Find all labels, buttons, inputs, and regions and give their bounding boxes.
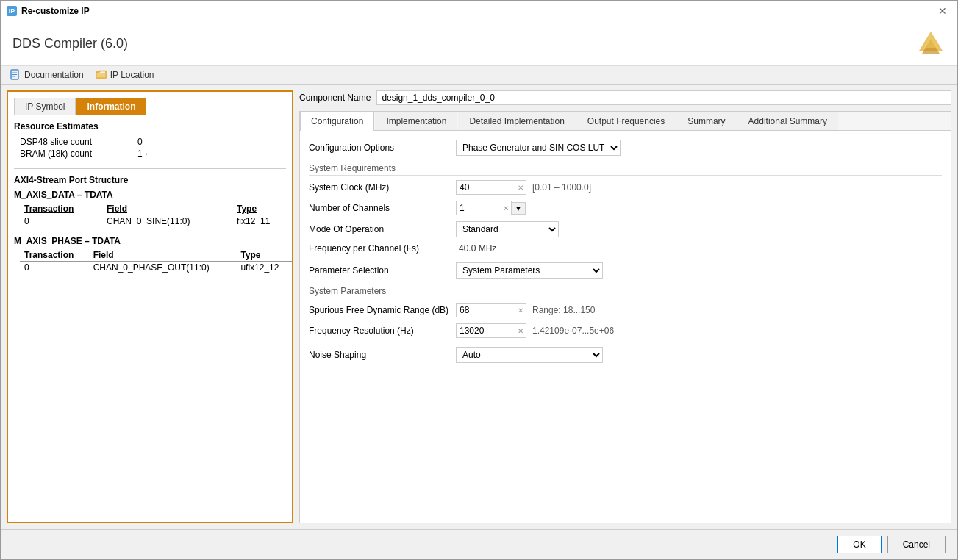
right-panel: Component Name Configuration Implementat… — [299, 85, 957, 529]
tab-additional-summary[interactable]: Additional Summary — [737, 112, 838, 130]
col-field: Field — [102, 203, 232, 215]
tab-configuration[interactable]: Configuration — [300, 112, 374, 131]
app-logo — [916, 29, 946, 58]
tab-ip-symbol[interactable]: IP Symbol — [14, 98, 76, 115]
titlebar-left: IP Re-customize IP — [7, 6, 90, 16]
noise-shaping-select[interactable]: Auto None Phase — [456, 347, 603, 363]
component-name-row: Component Name — [299, 90, 951, 105]
resource-section: Resource Estimates DSP48 slice count 0 B… — [14, 121, 286, 159]
tabs-container: Configuration Implementation Detailed Im… — [299, 111, 951, 523]
component-name-input[interactable] — [376, 90, 951, 105]
system-clock-clear[interactable]: ✕ — [515, 184, 526, 192]
resource-row: DSP48 slice count 0 — [14, 136, 286, 148]
app-header: DDS Compiler (6.0) — [1, 21, 957, 66]
col-type: Type — [232, 203, 292, 215]
tab-information[interactable]: Information — [76, 98, 146, 115]
num-channels-row: Number of Channels ✕ ▼ — [309, 201, 942, 215]
bram-label: BRAM (18k) count — [20, 148, 137, 159]
port-section-title: AXI4-Stream Port Structure — [14, 175, 286, 185]
dsp-value: 0 — [137, 137, 143, 147]
mode-operation-select[interactable]: Standard Rasterized — [456, 221, 559, 237]
parameter-selection-label: Parameter Selection — [309, 265, 456, 276]
sfdr-input-group: ✕ — [456, 303, 526, 317]
config-options-row: Configuration Options Phase Generator an… — [309, 140, 942, 156]
system-requirements-header: System Requirements — [309, 163, 942, 176]
type-value: ufix12_12 — [236, 262, 292, 274]
num-channels-clear[interactable]: ✕ — [501, 204, 511, 212]
ip-location-label: IP Location — [110, 70, 154, 80]
port-table-2: Transaction Field Type 0 CHAN_0_PHASE_OU… — [20, 249, 292, 273]
cancel-button[interactable]: Cancel — [887, 536, 946, 553]
system-clock-row: System Clock (MHz) ✕ [0.01 – 1000.0] — [309, 180, 942, 195]
field-value: CHAN_0_PHASE_OUT(11:0) — [89, 262, 237, 274]
col-transaction: Transaction — [20, 203, 102, 215]
system-clock-input-group: ✕ — [456, 180, 526, 195]
config-options-select[interactable]: Phase Generator and SIN COS LUT Phase Ge… — [456, 140, 621, 156]
tab-summary[interactable]: Summary — [676, 112, 736, 130]
ip-location-link[interactable]: IP Location — [96, 69, 154, 81]
titlebar: IP Re-customize IP ✕ — [1, 1, 957, 21]
resource-row: BRAM (18k) count 1 · — [14, 148, 286, 159]
table-row: 0 CHAN_0_PHASE_OUT(11:0) ufix12_12 — [20, 262, 292, 274]
left-tab-bar: IP Symbol Information — [14, 98, 286, 115]
num-channels-label: Number of Channels — [309, 203, 456, 213]
col-type: Type — [236, 249, 292, 262]
sfdr-clear[interactable]: ✕ — [515, 306, 526, 315]
mode-operation-row: Mode Of Operation Standard Rasterized — [309, 221, 942, 237]
main-tabs: Configuration Implementation Detailed Im… — [300, 112, 951, 131]
type-value: fix12_11 — [232, 215, 292, 228]
freq-resolution-label: Frequency Resolution (Hz) — [309, 326, 456, 336]
num-channels-input-group: ✕ — [456, 201, 512, 215]
parameter-selection-row: Parameter Selection System Parameters Ha… — [309, 262, 942, 279]
freq-resolution-input[interactable] — [457, 324, 515, 337]
port-section: AXI4-Stream Port Structure M_AXIS_DATA –… — [14, 175, 286, 273]
ok-button[interactable]: OK — [837, 536, 881, 553]
system-parameters-header: System Parameters — [309, 286, 942, 298]
main-window: IP Re-customize IP ✕ DDS Compiler (6.0) … — [0, 0, 958, 560]
sfdr-input[interactable] — [457, 304, 515, 317]
bottom-bar: OK Cancel — [1, 529, 957, 559]
config-options-label: Configuration Options — [309, 143, 456, 153]
freq-resolution-input-group: ✕ — [456, 323, 526, 338]
noise-shaping-label: Noise Shaping — [309, 350, 456, 360]
freq-resolution-row: Frequency Resolution (Hz) ✕ 1.42109e-07.… — [309, 323, 942, 338]
sfdr-row: Spurious Free Dynamic Range (dB) ✕ Range… — [309, 303, 942, 317]
freq-resolution-clear[interactable]: ✕ — [515, 327, 526, 335]
documentation-icon — [10, 69, 21, 81]
tab-detailed-implementation[interactable]: Detailed Implementation — [458, 112, 575, 130]
port-table-1: Transaction Field Type 0 CHAN_0_SINE(11:… — [20, 203, 292, 227]
col-field: Field — [89, 249, 237, 262]
dsp-label: DSP48 slice count — [20, 137, 137, 147]
documentation-label: Documentation — [24, 70, 84, 80]
system-clock-label: System Clock (MHz) — [309, 182, 456, 193]
freq-per-channel-row: Frequency per Channel (Fs) 40.0 MHz — [309, 243, 942, 254]
folder-icon — [96, 69, 107, 81]
num-channels-group: ✕ ▼ — [456, 201, 526, 215]
bram-dot: · — [146, 148, 148, 159]
left-panel: IP Symbol Information Resource Estimates… — [7, 90, 293, 523]
noise-shaping-row: Noise Shaping Auto None Phase — [309, 347, 942, 363]
port-group-1-title: M_AXIS_DATA – TDATA — [14, 190, 286, 200]
tab-output-frequencies[interactable]: Output Frequencies — [576, 112, 676, 130]
port-group-2-title: M_AXIS_PHASE – TDATA — [14, 236, 286, 246]
field-value: CHAN_0_SINE(11:0) — [102, 215, 232, 228]
tab-implementation[interactable]: Implementation — [375, 112, 457, 130]
parameter-selection-select[interactable]: System Parameters Hardware Parameters — [456, 262, 603, 279]
freq-resolution-range: 1.42109e-07...5e+06 — [532, 326, 614, 336]
table-row: 0 CHAN_0_SINE(11:0) fix12_11 — [20, 215, 292, 228]
system-clock-input[interactable] — [457, 181, 515, 194]
resource-section-title: Resource Estimates — [14, 121, 286, 132]
toolbar: Documentation IP Location — [1, 66, 957, 85]
num-channels-dropdown[interactable]: ▼ — [512, 202, 526, 215]
documentation-link[interactable]: Documentation — [10, 69, 84, 81]
freq-per-channel-value: 40.0 MHz — [459, 243, 496, 254]
close-button[interactable]: ✕ — [934, 4, 951, 18]
col-transaction: Transaction — [20, 249, 89, 262]
num-channels-input[interactable] — [457, 201, 501, 215]
divider — [14, 168, 286, 169]
sfdr-label: Spurious Free Dynamic Range (dB) — [309, 305, 456, 315]
port-group-1: M_AXIS_DATA – TDATA Transaction Field Ty… — [14, 190, 286, 227]
transaction-value: 0 — [20, 262, 89, 274]
window-title: Re-customize IP — [21, 6, 90, 16]
port-group-2: M_AXIS_PHASE – TDATA Transaction Field T… — [14, 236, 286, 273]
